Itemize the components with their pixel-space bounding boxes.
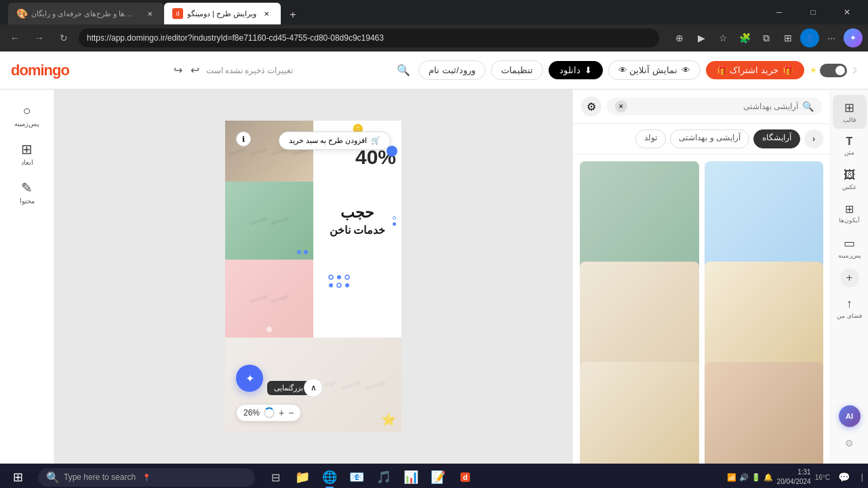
taskbar-clock[interactable]: 1:31 20/04/2024 xyxy=(777,468,811,487)
category-tab-beauty[interactable]: آرایشی و بهداشتی xyxy=(670,129,749,148)
header-center: تغییرات ذخیره نشده است ↩ ↪ xyxy=(171,62,293,78)
network-icon[interactable]: 📶 xyxy=(727,473,736,482)
browser-tab-1[interactable]: 🎨 قالب‌ها و طرح‌های حرفه‌ای و رایگان ✕ xyxy=(8,3,164,24)
canvas-arabic-title: حجب خدمات ناخن xyxy=(330,203,385,238)
add-to-apps-button[interactable]: ⊕ xyxy=(670,28,689,47)
template-search-bar[interactable]: 🔍 ✕ xyxy=(607,98,822,115)
copilot-button[interactable]: ✦ xyxy=(844,28,863,47)
taskbar-file-explorer[interactable]: 📁 xyxy=(290,465,315,488)
content-tool-label: محتوا xyxy=(20,197,35,205)
canvas-top-left-image: domingo domingo domingo domingo xyxy=(225,121,313,182)
category-beauty-label: آرایشی و بهداشتی xyxy=(679,133,741,142)
clock-time: 1:31 xyxy=(777,468,811,477)
expand-canvas-button[interactable]: ∧ xyxy=(304,378,323,397)
taskbar-search[interactable]: 🔍 Type here to search 📍 xyxy=(38,468,255,487)
logo[interactable]: domingo xyxy=(11,62,69,79)
template-sidebar-label: قالب xyxy=(843,117,856,123)
sidebar-item-icons[interactable]: ⊞ آیکون‌ها xyxy=(833,197,867,229)
forward-button[interactable]: → xyxy=(30,28,49,47)
minimize-button[interactable]: ─ xyxy=(764,3,795,22)
maximize-button[interactable]: □ xyxy=(797,3,829,22)
search-clear-button[interactable]: ✕ xyxy=(615,100,627,113)
sidebar-item-template[interactable]: ⊞ قالب xyxy=(833,95,867,129)
category-tab-birth[interactable]: تولد xyxy=(635,129,666,148)
taskbar-music[interactable]: 🎵 xyxy=(372,465,396,488)
split-screen-button[interactable]: ⧉ xyxy=(757,28,776,47)
header-search-button[interactable]: 🔍 xyxy=(394,61,413,80)
download-button[interactable]: ⬇ دانلود xyxy=(549,61,603,79)
categories-prev-button[interactable]: ‹ xyxy=(804,129,823,148)
right-panel: 🔍 ✕ ⚙ ‹ آرایشگاه آرایشی و بهداشتی xyxy=(572,89,830,464)
canvas-connector-dots xyxy=(393,216,396,226)
notification-center-button[interactable]: 💬 xyxy=(834,468,853,487)
canvas-info-button[interactable]: ℹ xyxy=(236,131,251,146)
tool-dimensions[interactable]: ⊞ ابعاد xyxy=(4,136,50,171)
undo-button[interactable]: ↩ xyxy=(188,62,202,78)
background-sidebar-label: پس‌زمینه xyxy=(838,252,861,259)
taskbar-edge[interactable]: 🌐 xyxy=(317,465,342,488)
url-input[interactable] xyxy=(79,28,659,47)
sidebar-item-background[interactable]: ▭ پس‌زمینه xyxy=(833,230,867,264)
prev-arrow-icon: ‹ xyxy=(812,134,815,144)
favorites-button[interactable]: ☆ xyxy=(713,28,732,47)
svg-point-2 xyxy=(345,275,349,279)
icons-sidebar-icon: ⊞ xyxy=(845,203,854,216)
add-to-cart-button[interactable]: 🛒 افزودن طرح به سبد خرید xyxy=(279,131,391,150)
sidebar-settings-button[interactable]: ⚙ xyxy=(841,434,858,453)
system-tray: 📶 🔊 🔋 🔔 xyxy=(727,473,773,482)
sidebar-item-photo[interactable]: 🖼 عکس xyxy=(833,163,867,196)
tool-content[interactable]: ✎ محتوا xyxy=(4,174,50,210)
domingo-taskbar-icon: d xyxy=(460,472,471,482)
preview-label: نمایش آنلاین 👁 xyxy=(618,65,677,75)
taskbar-domingo-app[interactable]: d xyxy=(453,465,477,488)
sidebar-item-text[interactable]: T متن xyxy=(833,130,867,161)
template-sidebar-icon: ⊞ xyxy=(844,100,854,115)
back-button[interactable]: ← xyxy=(5,28,24,47)
template-search-input[interactable] xyxy=(631,102,798,111)
canvas-gold-star: ⭐ xyxy=(381,412,396,427)
category-tab-store[interactable]: آرایشگاه xyxy=(753,129,800,148)
ai-assistant-button[interactable]: AI xyxy=(839,405,861,427)
template-grid: خدمات ناخن 🛒 خدمات ناخن 🛒 xyxy=(573,155,830,464)
subscribe-button[interactable]: 🎁 خرید اشتراک 🎁 xyxy=(706,61,804,79)
profile-button[interactable]: 👤 xyxy=(800,28,819,47)
zoom-in-button[interactable]: + xyxy=(279,407,284,418)
start-button[interactable]: ⊞ xyxy=(5,465,30,488)
show-desktop-button[interactable]: ▕ xyxy=(857,474,863,481)
read-aloud-button[interactable]: ▶ xyxy=(692,28,711,47)
tool-background[interactable]: ○ پس‌زمینه xyxy=(4,98,50,133)
collections-button[interactable]: 🧩 xyxy=(735,28,754,47)
file-explorer-icon: 📁 xyxy=(295,470,310,485)
tab1-close[interactable]: ✕ xyxy=(144,7,156,20)
zoom-out-button[interactable]: − xyxy=(288,407,294,418)
close-button[interactable]: ✕ xyxy=(831,3,863,22)
taskbar-taskview[interactable]: ⊟ xyxy=(263,465,288,488)
template-card-5[interactable]: مرکز مراقبت ↑ 🛒 xyxy=(580,362,699,464)
login-button[interactable]: ورود/ثبت نام xyxy=(418,60,485,80)
preview-button[interactable]: 👁 نمایش آنلاین 👁 xyxy=(608,60,701,80)
volume-icon[interactable]: 🔊 xyxy=(739,473,749,482)
sidebar-item-upload[interactable]: ↑ فضای من xyxy=(833,291,867,325)
template-card-6[interactable]: 🛒 xyxy=(705,362,824,464)
filter-button[interactable]: ⚙ xyxy=(581,96,601,117)
header-right: ☽ ☀ 🎁 خرید اشتراک 🎁 👁 نمایش آنلاین 👁 ⬇ د… xyxy=(394,60,857,80)
redo-button[interactable]: ↪ xyxy=(171,62,185,78)
taskbar-word[interactable]: 📝 xyxy=(426,465,450,488)
text-sidebar-label: متن xyxy=(844,149,854,156)
background-sidebar-icon: ▭ xyxy=(844,236,855,251)
settings-button[interactable]: تنظیمات xyxy=(491,60,543,80)
theme-toggle[interactable]: ☽ ☀ xyxy=(810,64,857,77)
theme-toggle-track[interactable] xyxy=(820,64,847,77)
new-tab-button[interactable]: + xyxy=(283,5,302,24)
more-button[interactable]: ··· xyxy=(822,28,841,47)
tab2-close[interactable]: ✕ xyxy=(260,7,273,20)
magic-button[interactable]: ✦ xyxy=(236,365,263,392)
canvas-bottom-section: domingo domingo xyxy=(225,260,401,338)
photo-sidebar-icon: 🖼 xyxy=(844,168,856,182)
sidebar-add-button[interactable]: + xyxy=(840,268,859,287)
taskbar-mail[interactable]: 📧 xyxy=(344,465,369,488)
more-favorites-button[interactable]: ⊞ xyxy=(778,28,797,47)
refresh-button[interactable]: ↻ xyxy=(54,28,73,47)
taskbar-excel[interactable]: 📊 xyxy=(399,465,423,488)
browser-tab-2[interactable]: d ویرایش طرح | دومینگو ✕ xyxy=(164,3,281,24)
